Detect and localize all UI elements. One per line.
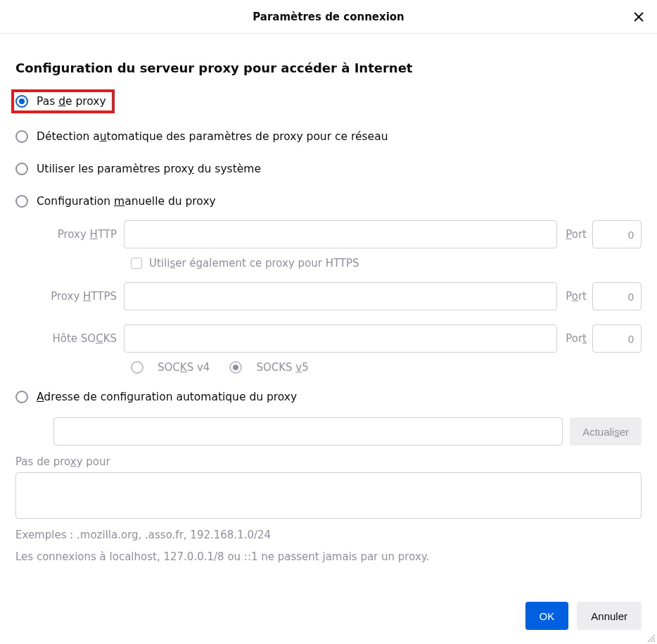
radio-pac[interactable] [15, 391, 28, 403]
socks-v5-option[interactable]: SOCKS v5 [229, 361, 308, 374]
pac-reload-button[interactable]: Actualiser [570, 417, 642, 446]
radio-socks-v5-label: SOCKS v5 [256, 361, 308, 374]
proxy-mode-system-row[interactable]: Utiliser les paramètres proxy du système [15, 163, 642, 175]
http-proxy-label: Proxy HTTP [38, 228, 124, 241]
close-icon [633, 11, 644, 23]
resize-grip[interactable] [646, 633, 656, 643]
radio-socks-v5[interactable] [229, 361, 242, 374]
radio-system[interactable] [15, 163, 28, 175]
socks-proxy-label: Hôte SOCKS [38, 332, 124, 345]
cancel-button[interactable]: Annuler [577, 602, 642, 630]
dialog-header: Paramètres de connexion [0, 0, 657, 34]
resize-grip-icon [646, 633, 656, 643]
radio-manual[interactable] [15, 195, 28, 208]
socks-port-label: Port [566, 332, 587, 345]
socks-v4-option[interactable]: SOCKS v4 [131, 361, 210, 374]
proxy-mode-autodetect-row[interactable]: Détection automatique des paramètres de … [15, 130, 642, 143]
radio-no-proxy[interactable] [15, 95, 28, 108]
radio-no-proxy-label: Pas de proxy [37, 95, 106, 108]
share-proxy-checkbox[interactable] [131, 258, 142, 269]
ok-button[interactable]: OK [525, 602, 569, 630]
radio-manual-label: Configuration manuelle du proxy [37, 195, 216, 208]
https-proxy-row: Proxy HTTPS Port [38, 282, 642, 310]
radio-system-label: Utiliser les paramètres proxy du système [37, 163, 261, 175]
radio-auto-detect-label: Détection automatique des paramètres de … [37, 130, 388, 143]
dialog-content: Configuration du serveur proxy pour accé… [0, 34, 657, 564]
radio-pac-label: Adresse de configuration automatique du … [37, 391, 297, 403]
https-proxy-input[interactable] [124, 282, 557, 310]
http-port-label: Port [566, 228, 587, 241]
dialog-footer: OK Annuler [525, 602, 642, 630]
socks-proxy-input[interactable] [124, 324, 557, 353]
manual-proxy-block: Proxy HTTP Port Utiliser également ce pr… [38, 220, 642, 374]
no-proxy-example: Exemples : .mozilla.org, .asso.fr, 192.1… [15, 527, 642, 543]
socks-version-row: SOCKS v4 SOCKS v5 [131, 361, 642, 374]
pac-url-row: Actualiser [38, 417, 642, 446]
section-heading: Configuration du serveur proxy pour accé… [15, 61, 642, 75]
http-port-input[interactable] [592, 220, 642, 248]
proxy-mode-none-row[interactable]: Pas de proxy [11, 89, 115, 113]
svg-line-4 [653, 640, 655, 642]
socks-proxy-row: Hôte SOCKS Port [38, 324, 642, 353]
socks-port-input[interactable] [592, 324, 642, 353]
https-port-input[interactable] [592, 282, 642, 310]
dialog-title: Paramètres de connexion [253, 11, 404, 23]
share-proxy-label: Utiliser également ce proxy pour HTTPS [149, 257, 359, 270]
close-button[interactable] [629, 7, 649, 27]
https-port-label: Port [566, 290, 587, 303]
http-proxy-row: Proxy HTTP Port [38, 220, 642, 248]
no-proxy-localhost-note: Les connexions à localhost, 127.0.0.1/8 … [15, 549, 642, 565]
https-proxy-label: Proxy HTTPS [38, 290, 124, 303]
no-proxy-for-input[interactable] [15, 472, 642, 519]
http-proxy-input[interactable] [124, 220, 557, 248]
radio-socks-v4-label: SOCKS v4 [158, 361, 210, 374]
proxy-mode-manual-row[interactable]: Configuration manuelle du proxy [15, 195, 642, 208]
proxy-mode-pac-row[interactable]: Adresse de configuration automatique du … [15, 391, 642, 403]
no-proxy-for-label: Pas de proxy pour [15, 455, 642, 468]
pac-url-input[interactable] [53, 417, 563, 446]
radio-auto-detect[interactable] [15, 130, 28, 143]
radio-socks-v4[interactable] [131, 361, 143, 374]
share-proxy-row[interactable]: Utiliser également ce proxy pour HTTPS [131, 257, 642, 270]
